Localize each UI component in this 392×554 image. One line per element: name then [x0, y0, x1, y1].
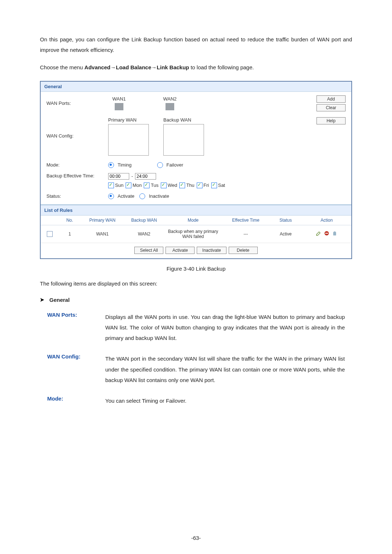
col-no: No. [59, 218, 81, 223]
day-sun: Sun [115, 182, 123, 188]
items-intro: The following items are displayed on thi… [40, 280, 352, 287]
chk-mon[interactable] [126, 182, 131, 188]
svg-rect-1 [325, 233, 328, 234]
def-body-mode: You can select Timing or Failover. [105, 395, 345, 406]
bet-start-input[interactable] [108, 173, 129, 180]
def-term-wan-config: WAN Config: [47, 353, 98, 385]
wan1-label: WAN1 [112, 96, 126, 102]
bet-separator: - [131, 173, 133, 179]
rules-table-header: No. Primary WAN Backup WAN Mode Effectiv… [41, 216, 351, 225]
status-inactivate-label: Inactivate [149, 193, 169, 199]
help-button[interactable]: Help [317, 117, 346, 124]
delete-icon[interactable] [332, 230, 338, 236]
def-body-wan-config: The WAN port in the secondary WAN list w… [105, 353, 345, 385]
cell-effective-time: --- [222, 231, 269, 237]
inactivate-button[interactable]: Inactivate [197, 247, 226, 254]
wan2-label: WAN2 [163, 96, 176, 102]
def-term-wan-ports: WAN Ports: [47, 312, 98, 344]
wan2-port[interactable]: WAN2 [159, 96, 181, 110]
port-icon [166, 103, 174, 110]
col-primary-wan: Primary WAN [81, 218, 124, 223]
label-mode: Mode: [46, 162, 105, 168]
col-effective-time: Effective Time [222, 218, 269, 223]
select-all-button[interactable]: Select All [134, 247, 163, 254]
chk-tus[interactable] [144, 182, 150, 188]
chk-sat[interactable] [211, 182, 217, 188]
def-body-wan-ports: Displays all the WAN ports in use. You c… [105, 312, 345, 344]
col-status: Status [269, 218, 302, 223]
disable-icon[interactable] [324, 230, 330, 236]
radio-failover[interactable] [157, 162, 163, 168]
label-wan-config: WAN Config: [46, 117, 105, 139]
primary-wan-list[interactable] [108, 124, 149, 156]
backup-wan-list[interactable] [163, 124, 204, 156]
radio-inactivate[interactable] [139, 193, 145, 199]
mode-failover-label: Failover [167, 162, 183, 168]
bet-end-input[interactable] [135, 173, 156, 180]
arrow-icon: ➤ [40, 297, 44, 303]
label-bet: Backup Effective Time: [46, 173, 105, 178]
nav-path: Advanced→Load Balance→Link Backup [85, 64, 189, 70]
day-wed: Wed [168, 182, 177, 188]
col-mode: Mode [164, 218, 222, 223]
label-status: Status: [46, 193, 105, 199]
intro-paragraph: On this page, you can configure the Link… [40, 34, 352, 55]
mode-timing-label: Timing [118, 162, 132, 168]
col-backup-wan: Backup WAN [124, 218, 164, 223]
chk-thu[interactable] [179, 182, 185, 188]
cell-no: 1 [59, 231, 81, 237]
wan1-port[interactable]: WAN1 [108, 96, 130, 110]
clear-button[interactable]: Clear [317, 104, 346, 111]
day-tus: Tus [151, 182, 158, 188]
chk-sun[interactable] [108, 182, 114, 188]
nav-prefix: Choose the menu [40, 64, 85, 70]
col-action: Action [302, 218, 351, 223]
add-button[interactable]: Add [317, 95, 346, 103]
day-fri: Fri [204, 182, 209, 188]
edit-icon[interactable] [316, 230, 322, 236]
cell-status: Active [269, 231, 302, 237]
activate-button[interactable]: Activate [166, 247, 195, 254]
cell-primary-wan: WAN1 [81, 231, 124, 237]
rules-header: List of Rules [41, 205, 351, 216]
link-backup-screenshot: General WAN Ports: WAN1 WAN2 [40, 81, 352, 259]
backup-wan-label: Backup WAN [163, 117, 191, 123]
radio-activate[interactable] [108, 193, 114, 199]
nav-suffix: to load the following page. [191, 64, 254, 70]
figure-caption: Figure 3-40 Link Backup [40, 266, 352, 272]
cell-backup-wan: WAN2 [124, 231, 164, 237]
radio-timing[interactable] [108, 162, 114, 168]
chk-fri[interactable] [197, 182, 203, 188]
day-sat: Sat [218, 182, 225, 188]
row-checkbox[interactable] [47, 231, 53, 237]
primary-wan-label: Primary WAN [108, 117, 136, 123]
label-wan-ports: WAN Ports: [46, 100, 105, 106]
cell-mode: Backup when any primary WAN failed [164, 229, 222, 239]
delete-button[interactable]: Delete [229, 247, 258, 254]
port-icon [115, 103, 123, 110]
day-thu: Thu [186, 182, 194, 188]
def-term-mode: Mode: [47, 395, 98, 406]
page-number: -63- [0, 535, 392, 541]
general-header: General [41, 82, 351, 92]
section-general-label: General [49, 297, 70, 303]
table-row: 1 WAN1 WAN2 Backup when any primary WAN … [41, 225, 351, 243]
chk-wed[interactable] [161, 182, 167, 188]
nav-instruction: Choose the menu Advanced→Load Balance→Li… [40, 62, 352, 73]
status-activate-label: Activate [118, 193, 134, 199]
day-mon: Mon [132, 182, 142, 188]
